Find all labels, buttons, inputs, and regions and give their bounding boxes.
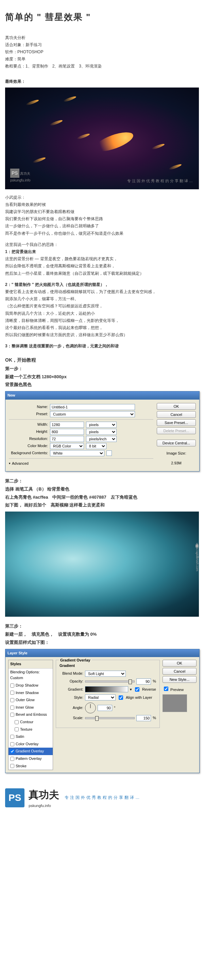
style-item[interactable]: Inner Glow: [8, 704, 53, 711]
color-mode-select[interactable]: RGB Color: [50, 443, 84, 449]
text-line: 这里的背景分析 — 背景是夜空，颜色要若隐若现的才更真实，: [5, 256, 199, 262]
delete-preset-button[interactable]: Delete Preset...: [157, 427, 196, 434]
style-checkbox[interactable]: [10, 690, 14, 695]
name-label: Name:: [9, 404, 50, 410]
text-line: 当看到最终效果的时候: [5, 202, 199, 208]
panel-title: Gradient Overlay: [59, 657, 92, 663]
height-unit-select[interactable]: pixels: [86, 429, 117, 435]
analysis-text: 小武提示： 当看到最终效果的时候 我建议学习的朋友们不要急着跟教程做 我们要先分…: [5, 194, 199, 350]
style-item-label: Bevel and Emboss: [16, 712, 47, 718]
step3-heading: 第三步：: [5, 623, 199, 630]
style-item[interactable]: Texture: [8, 726, 53, 733]
cancel-button[interactable]: Cancel: [157, 411, 196, 418]
style-checkbox[interactable]: [10, 713, 14, 717]
save-preset-button[interactable]: Save Preset...: [157, 419, 196, 426]
style-item-label: Satin: [16, 734, 24, 740]
advanced-toggle[interactable]: ▾ Advanced: [9, 461, 153, 467]
style-item[interactable]: Satin: [8, 733, 53, 740]
style-item[interactable]: Contour: [8, 719, 53, 726]
text-line: 所以我们做图的时候要有这方面的意识，这样做出来至少不那么假）: [5, 332, 199, 338]
style-item-label: Blending Options: Custom: [10, 669, 51, 681]
style-checkbox[interactable]: [14, 727, 19, 731]
reverse-checkbox[interactable]: [135, 687, 140, 692]
width-unit-select[interactable]: pixels: [86, 422, 117, 428]
bg-swatch: [106, 450, 112, 456]
text-line: 清晰度，目标物体清晰，周围可以模糊一点，光影的变化等等，: [5, 318, 199, 324]
resolution-input[interactable]: [50, 436, 84, 442]
style-item[interactable]: Blending Options: Custom: [8, 668, 53, 682]
text-line: （怎么样使图片更有空间感？可以根据远近虚实原理，: [5, 303, 199, 309]
step2-line: 如下图， 画好后加个 高斯模糊 这样看上去更柔和: [5, 502, 199, 509]
style-item[interactable]: Gradient Overlay: [8, 748, 53, 755]
text-line: 这个最好自己系统的看看书，我说起来也啰嗦，想想，: [5, 325, 199, 331]
style-checkbox[interactable]: [10, 706, 14, 710]
final-effect-label: 最终效果：: [5, 78, 199, 85]
style-item[interactable]: Drop Shadow: [8, 682, 53, 689]
step3-line: 设置图层样式如下图：: [5, 639, 199, 646]
dialog-title: New: [5, 391, 199, 399]
step3-line: 新建一层， 填充黑色， 设置填充数量为 0%: [5, 631, 199, 638]
step1-heading: 第一步：: [5, 365, 199, 372]
text-line: 2：" 彗星制作 " 把火焰图片导入（也就是所谓的彗星），: [5, 282, 199, 288]
opacity-label: Opacity:: [59, 678, 83, 684]
style-checkbox[interactable]: [10, 735, 14, 739]
preset-label: Preset:: [9, 411, 50, 417]
ok-button[interactable]: OK: [157, 403, 196, 410]
style-checkbox[interactable]: [10, 749, 14, 753]
text-line: 而不是作者干一步干什么，你也做什么，做完还不知道是什么效果: [5, 230, 199, 237]
style-checkbox[interactable]: [10, 742, 14, 746]
style-item-label: Gradient Overlay: [16, 748, 44, 754]
text-line: 所以会降低不透明度，会使用高斯模糊让背景看上去更柔和，: [5, 263, 199, 269]
gradient-swatch[interactable]: [85, 686, 128, 692]
angle-input[interactable]: [98, 705, 112, 711]
style-item[interactable]: Pattern Overlay: [8, 755, 53, 762]
blend-mode-select[interactable]: Soft Light: [85, 671, 126, 677]
opacity-slider[interactable]: [85, 681, 135, 682]
text-line: 就添加几个小火苗，烟雾等，方法一样。: [5, 296, 199, 302]
angle-dial[interactable]: [85, 703, 96, 713]
dropdown-icon[interactable]: ▾: [130, 687, 132, 693]
preview-swatch: [162, 694, 187, 712]
opacity-input[interactable]: [137, 678, 151, 684]
align-checkbox[interactable]: [119, 695, 123, 700]
resolution-label: Resolution:: [9, 436, 50, 442]
style-checkbox[interactable]: [10, 764, 14, 768]
step2-heading: 第二步：: [5, 477, 199, 485]
ok-button[interactable]: OK: [162, 660, 196, 667]
style-select[interactable]: Radial: [85, 694, 116, 700]
angle-label: Angle:: [59, 705, 83, 711]
style-item[interactable]: Outer Glow: [8, 697, 53, 704]
color-bits-select[interactable]: 8 bit: [86, 443, 106, 449]
scale-input[interactable]: [137, 715, 151, 721]
device-central-button[interactable]: Device Central...: [157, 440, 196, 446]
scale-slider[interactable]: [85, 717, 135, 719]
name-input[interactable]: [50, 404, 135, 410]
text-line: 3：整体调整 这是很重要的一步，色调的和谐，元素之间的和谐: [5, 343, 199, 349]
text-line: 我建议学习的朋友们不要急着跟教程做: [5, 208, 199, 215]
height-input[interactable]: [50, 429, 84, 435]
resolution-unit-select[interactable]: pixels/inch: [86, 436, 117, 442]
style-checkbox[interactable]: [10, 698, 14, 702]
bg-select[interactable]: White: [50, 450, 104, 456]
footer-url: pskungfu.info: [29, 803, 59, 809]
cancel-button[interactable]: Cancel: [162, 668, 196, 675]
style-checkbox[interactable]: [14, 720, 19, 724]
style-item[interactable]: Inner Shadow: [8, 689, 53, 697]
style-item[interactable]: Bevel and Emboss: [8, 711, 53, 719]
preset-select[interactable]: Custom: [50, 411, 135, 417]
style-item[interactable]: Color Overlay: [8, 740, 53, 748]
gradient-label: Gradient:: [59, 687, 83, 693]
meta-line: 教程要点：1、背景制作 2、画笔设置 3、环境渲染: [5, 63, 199, 70]
width-input[interactable]: [50, 422, 84, 428]
new-style-button[interactable]: New Style...: [162, 676, 196, 683]
preview-checkbox[interactable]: [164, 687, 168, 691]
gradient-overlay-panel: Gradient Overlay Gradient Blend Mode: So…: [56, 660, 160, 728]
pct-label: %: [153, 678, 156, 684]
style-checkbox[interactable]: [10, 684, 14, 687]
style-checkbox[interactable]: [10, 757, 14, 761]
step1-line: 背景颜色黑色: [5, 381, 199, 388]
deg-label: °: [114, 705, 115, 711]
style-item[interactable]: Stroke: [8, 762, 53, 770]
style-item-label: Outer Glow: [16, 697, 35, 703]
watermark: PS 真功夫 pskungfu.info: [10, 169, 31, 183]
